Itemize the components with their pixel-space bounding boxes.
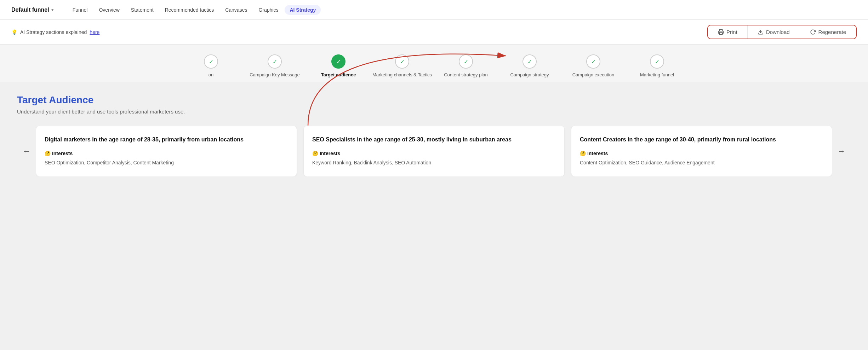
step-content-strategy-label: Content strategy plan: [444, 72, 488, 82]
step-content-strategy[interactable]: ✓ Content strategy plan: [434, 54, 498, 82]
print-icon: [718, 29, 724, 35]
step-campaign-strategy-circle: ✓: [522, 54, 537, 69]
brand-name: Default funnel: [11, 7, 49, 13]
nav-canvases[interactable]: Canvases: [220, 5, 252, 15]
step-campaign-execution-label: Campaign execution: [572, 72, 615, 82]
nav-links: Funnel Overview Statement Recommended ta…: [68, 5, 857, 15]
card-1: SEO Specialists in the age range of 25-3…: [304, 126, 564, 176]
toolbar-info: 💡 AI Strategy sections explained here: [11, 29, 99, 35]
step-marketing-funnel-label: Marketing funnel: [640, 72, 674, 82]
refresh-icon: [810, 29, 816, 35]
section-subtitle: Understand your client better and use to…: [17, 109, 851, 115]
nav-overview[interactable]: Overview: [94, 5, 124, 15]
navbar: Default funnel ▾ Funnel Overview Stateme…: [0, 0, 868, 20]
download-button[interactable]: Download: [748, 25, 800, 39]
print-button[interactable]: Print: [708, 25, 748, 39]
cards-row: ← Digital marketers in the age range of …: [17, 126, 851, 176]
content-area: Target Audience Understand your client b…: [0, 82, 868, 258]
step-target-audience-circle: ✓: [331, 54, 346, 69]
card-2-title: Content Creators in the age range of 30-…: [580, 136, 823, 144]
toolbar-info-text: AI Strategy sections explained: [20, 29, 87, 35]
step-campaign-strategy[interactable]: ✓ Campaign strategy: [498, 54, 561, 82]
step-campaign-key-message[interactable]: ✓ Campaign Key Message: [243, 54, 307, 82]
step-marketing-channels-label: Marketing channels & Tactics: [372, 72, 432, 82]
brand[interactable]: Default funnel ▾: [11, 7, 53, 13]
card-1-interests-text: Keyword Ranking, Backlink Analysis, SEO …: [312, 159, 556, 167]
download-label: Download: [766, 29, 790, 35]
nav-recommended-tactics[interactable]: Recommended tactics: [160, 5, 219, 15]
card-0-interests-text: SEO Optimization, Competitor Analysis, C…: [45, 159, 288, 167]
step-on-label: on: [209, 72, 213, 82]
steps-bar: ✓ on ✓ Campaign Key Message ✓ Target aud…: [0, 45, 868, 82]
step-campaign-execution-circle: ✓: [586, 54, 600, 69]
step-marketing-channels-circle: ✓: [395, 54, 409, 69]
prev-arrow[interactable]: ←: [17, 126, 36, 176]
svg-rect-0: [719, 33, 723, 35]
bulb-icon: 💡: [11, 29, 17, 35]
step-on[interactable]: ✓ on: [179, 54, 243, 82]
card-0-interests-label: 🤔 Interests: [45, 151, 288, 156]
card-0: Digital marketers in the age range of 28…: [36, 126, 297, 176]
step-on-circle: ✓: [204, 54, 218, 69]
next-arrow[interactable]: →: [832, 126, 851, 176]
brand-dropdown-icon[interactable]: ▾: [51, 7, 53, 12]
step-marketing-funnel[interactable]: ✓ Marketing funnel: [625, 54, 689, 82]
toolbar: 💡 AI Strategy sections explained here Pr…: [0, 20, 868, 45]
section-title: Target Audience: [17, 94, 851, 106]
step-target-audience-label: Target audience: [321, 72, 356, 82]
step-marketing-funnel-circle: ✓: [650, 54, 664, 69]
card-1-interests-label: 🤔 Interests: [312, 151, 556, 156]
step-campaign-strategy-label: Campaign strategy: [510, 72, 549, 82]
cards-container: Digital marketers in the age range of 28…: [36, 126, 832, 176]
step-target-audience[interactable]: ✓ Target audience: [307, 54, 370, 82]
nav-funnel[interactable]: Funnel: [68, 5, 93, 15]
card-0-title: Digital marketers in the age range of 28…: [45, 136, 288, 144]
toolbar-actions: Print Download Regenerate: [707, 25, 857, 39]
nav-ai-strategy[interactable]: AI Strategy: [285, 5, 321, 15]
step-marketing-channels[interactable]: ✓ Marketing channels & Tactics: [370, 54, 434, 82]
step-campaign-key-message-label: Campaign Key Message: [250, 72, 300, 82]
card-1-title: SEO Specialists in the age range of 25-3…: [312, 136, 556, 144]
card-2-interests-text: Content Optimization, SEO Guidance, Audi…: [580, 159, 823, 167]
regenerate-button[interactable]: Regenerate: [800, 25, 856, 39]
step-content-strategy-circle: ✓: [459, 54, 473, 69]
card-2-interests-label: 🤔 Interests: [580, 151, 823, 156]
nav-graphics[interactable]: Graphics: [253, 5, 283, 15]
download-icon: [758, 29, 764, 35]
card-2: Content Creators in the age range of 30-…: [571, 126, 832, 176]
regenerate-label: Regenerate: [818, 29, 846, 35]
toolbar-info-link[interactable]: here: [90, 29, 99, 35]
step-campaign-key-message-circle: ✓: [268, 54, 282, 69]
step-campaign-execution[interactable]: ✓ Campaign execution: [561, 54, 625, 82]
print-label: Print: [726, 29, 737, 35]
nav-statement[interactable]: Statement: [126, 5, 159, 15]
